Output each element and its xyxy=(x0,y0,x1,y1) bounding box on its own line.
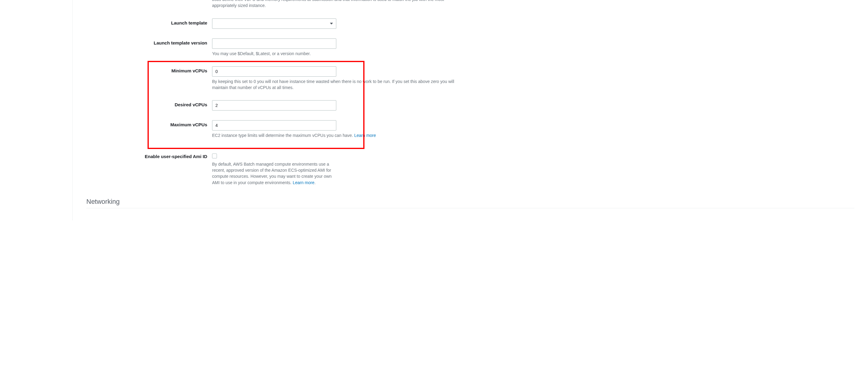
intro-row: Jobs define their vCPU and memory requir… xyxy=(86,0,855,13)
max-vcpus-help-text: EC2 instance type limits will determine … xyxy=(212,133,354,138)
enable-ami-checkbox[interactable] xyxy=(212,154,217,158)
launch-template-version-row: Launch template version You may use $Def… xyxy=(86,34,855,62)
networking-section-heading: Networking xyxy=(86,198,855,209)
max-vcpus-input[interactable] xyxy=(212,120,336,130)
launch-template-row: Launch template xyxy=(86,13,855,34)
launch-template-version-label: Launch template version xyxy=(86,38,212,57)
launch-template-label: Launch template xyxy=(86,19,212,29)
desired-vcpus-row: Desired vCPUs xyxy=(86,95,855,116)
max-vcpus-learn-more-link[interactable]: Learn more xyxy=(354,133,376,138)
enable-ami-learn-more-link[interactable]: Learn more xyxy=(293,180,314,185)
min-vcpus-help: By keeping this set to 0 you will not ha… xyxy=(212,78,461,91)
caret-down-icon xyxy=(330,23,333,25)
min-vcpus-label: Minimum vCPUs xyxy=(86,66,212,91)
enable-ami-help: By default, AWS Batch managed compute en… xyxy=(212,161,336,186)
launch-template-version-input[interactable] xyxy=(212,38,336,49)
main-form: Jobs define their vCPU and memory requir… xyxy=(73,0,868,221)
min-vcpus-row: Minimum vCPUs By keeping this set to 0 y… xyxy=(86,62,855,96)
max-vcpus-row: Maximum vCPUs EC2 instance type limits w… xyxy=(86,116,855,143)
launch-template-version-help: You may use $Default, $Latest, or a vers… xyxy=(212,51,461,57)
enable-ami-row: Enable user-specified Ami ID By default,… xyxy=(86,143,855,191)
max-vcpus-help: EC2 instance type limits will determine … xyxy=(212,132,461,138)
enable-ami-label: Enable user-specified Ami ID xyxy=(86,152,212,186)
desired-vcpus-label: Desired vCPUs xyxy=(86,100,212,110)
desired-vcpus-input[interactable] xyxy=(212,100,336,110)
launch-template-select[interactable] xyxy=(212,19,336,29)
intro-help-text: Jobs define their vCPU and memory requir… xyxy=(212,0,461,9)
left-nav-spacer xyxy=(0,0,73,221)
max-vcpus-label: Maximum vCPUs xyxy=(86,120,212,138)
min-vcpus-input[interactable] xyxy=(212,66,336,76)
